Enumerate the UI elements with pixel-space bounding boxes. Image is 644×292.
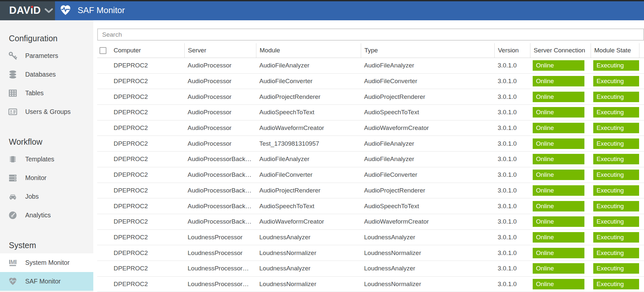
sidebar-section: Workflow Templates Monitor Jobs Analytic… bbox=[0, 137, 93, 225]
cell-computer: DPEPROC2 bbox=[110, 74, 184, 89]
table-row[interactable]: DPEPROC2 AudioProcessorBack… AudioProjec… bbox=[97, 183, 644, 199]
module-state-badge: Executing bbox=[593, 232, 639, 243]
select-all-checkbox[interactable] bbox=[100, 47, 106, 54]
row-select-cell bbox=[97, 136, 110, 151]
search-input[interactable] bbox=[97, 28, 644, 41]
cell-type: AudioProjectRenderer bbox=[361, 183, 494, 198]
cell-version: 3.0.1.0 bbox=[494, 136, 530, 151]
table-row[interactable]: DPEPROC2 LoudnessProcessor… LoudnessAnal… bbox=[97, 261, 644, 277]
cell-module-state: Executing bbox=[591, 105, 639, 120]
cell-server: AudioProcessor bbox=[184, 58, 256, 73]
table-row[interactable]: DPEPROC2 AudioProcessorBack… AudioWavefo… bbox=[97, 214, 644, 230]
table-row[interactable]: DPEPROC2 LoudnessProcessor… LoudnessNorm… bbox=[97, 277, 644, 292]
cell-server-connection: Online bbox=[530, 58, 591, 73]
sidebar-item-tables[interactable]: Tables bbox=[0, 84, 93, 102]
cell-module: LoudnessAnalyzer bbox=[256, 261, 361, 276]
table-row[interactable]: DPEPROC2 AudioProcessor Test_17309813109… bbox=[97, 136, 644, 152]
cell-type: AudioFileAnalyzer bbox=[361, 136, 494, 151]
taxi-icon bbox=[8, 187, 18, 206]
server-connection-badge: Online bbox=[533, 263, 584, 274]
sidebar-item-analytics[interactable]: Analytics bbox=[0, 206, 93, 225]
heart-pulse-icon bbox=[59, 4, 72, 17]
cell-server: AudioProcessorBack… bbox=[184, 198, 256, 214]
page-title: SAF Monitor bbox=[78, 5, 125, 15]
column-header-version[interactable]: Version bbox=[494, 43, 530, 58]
cell-version: 3.0.1.0 bbox=[494, 105, 530, 120]
cell-server: AudioProcessorBack… bbox=[184, 167, 256, 183]
cell-server: LoudnessProcessor bbox=[184, 230, 256, 245]
sidebar-item-system-monitor[interactable]: System Monitor bbox=[0, 253, 93, 272]
cell-module: LoudnessNormalizer bbox=[256, 245, 361, 261]
row-select-cell bbox=[97, 105, 110, 120]
table-row[interactable]: DPEPROC2 LoudnessProcessor LoudnessAnaly… bbox=[97, 230, 644, 246]
cell-filler bbox=[639, 261, 644, 276]
cell-computer: DPEPROC2 bbox=[110, 105, 184, 120]
row-select-cell bbox=[97, 230, 110, 245]
module-state-badge: Executing bbox=[593, 60, 639, 71]
cell-server-connection: Online bbox=[530, 120, 591, 136]
table-row[interactable]: DPEPROC2 AudioProcessor AudioFileAnalyze… bbox=[97, 58, 644, 74]
cell-computer: DPEPROC2 bbox=[110, 152, 184, 167]
sidebar-item-monitor[interactable]: Monitor bbox=[0, 169, 93, 187]
sidebar-item-users-groups[interactable]: Users & Groups bbox=[0, 102, 93, 121]
cell-version: 3.0.1.0 bbox=[494, 167, 530, 183]
cell-type: AudioFileConverter bbox=[361, 74, 494, 89]
module-state-badge: Executing bbox=[593, 154, 639, 164]
cell-module-state: Executing bbox=[591, 74, 639, 89]
cell-server: LoudnessProcessor… bbox=[184, 261, 256, 276]
table-row[interactable]: DPEPROC2 AudioProcessor AudioSpeechToTex… bbox=[97, 105, 644, 120]
cell-computer: DPEPROC2 bbox=[110, 183, 184, 198]
server-connection-badge: Online bbox=[533, 76, 584, 86]
row-select-cell bbox=[97, 183, 110, 198]
cell-filler bbox=[639, 152, 644, 167]
cell-filler bbox=[639, 214, 644, 229]
cell-module: AudioFileConverter bbox=[256, 167, 361, 183]
cell-filler bbox=[639, 183, 644, 198]
cell-server: AudioProcessorBack… bbox=[184, 214, 256, 229]
cell-version: 3.0.1.0 bbox=[494, 214, 530, 229]
cell-server: AudioProcessor bbox=[184, 136, 256, 151]
sidebar-item-templates[interactable]: Templates bbox=[0, 150, 93, 169]
module-state-badge: Executing bbox=[593, 216, 639, 227]
column-header-module-state[interactable]: Module State bbox=[591, 43, 639, 58]
cell-filler bbox=[639, 120, 644, 136]
cell-version: 3.0.1.0 bbox=[494, 277, 530, 292]
table-row[interactable]: DPEPROC2 AudioProcessor AudioProjectRend… bbox=[97, 89, 644, 105]
cell-module-state: Executing bbox=[591, 277, 639, 292]
table-row[interactable]: DPEPROC2 LoudnessProcessor LoudnessNorma… bbox=[97, 245, 644, 261]
module-state-badge: Executing bbox=[593, 170, 639, 180]
cell-module: AudioProjectRenderer bbox=[256, 183, 361, 198]
module-state-badge: Executing bbox=[593, 248, 639, 258]
module-state-badge: Executing bbox=[593, 138, 639, 149]
column-header-type[interactable]: Type bbox=[361, 43, 494, 58]
table-row[interactable]: DPEPROC2 AudioProcessorBack… AudioFileAn… bbox=[97, 152, 644, 167]
cell-module-state: Executing bbox=[591, 120, 639, 136]
cell-computer: DPEPROC2 bbox=[110, 277, 184, 292]
cell-computer: DPEPROC2 bbox=[110, 136, 184, 151]
column-header-server[interactable]: Server bbox=[184, 43, 256, 58]
sidebar-item-databases[interactable]: Databases bbox=[0, 65, 93, 84]
cell-module: AudioFileConverter bbox=[256, 74, 361, 89]
row-select-cell bbox=[97, 120, 110, 136]
cell-module-state: Executing bbox=[591, 89, 639, 104]
brand-menu-button[interactable]: DAViD bbox=[0, 0, 55, 20]
server-connection-badge: Online bbox=[533, 107, 584, 118]
cell-type: AudioSpeechToText bbox=[361, 105, 494, 120]
table-row[interactable]: DPEPROC2 AudioProcessorBack… AudioSpeech… bbox=[97, 198, 644, 214]
sidebar-item-jobs[interactable]: Jobs bbox=[0, 187, 93, 206]
cell-module-state: Executing bbox=[591, 152, 639, 167]
table-row[interactable]: DPEPROC2 AudioProcessor AudioFileConvert… bbox=[97, 74, 644, 89]
column-header-server-connection[interactable]: Server Connection bbox=[530, 43, 591, 58]
module-state-badge: Executing bbox=[593, 123, 639, 133]
table-row[interactable]: DPEPROC2 AudioProcessorBack… AudioFileCo… bbox=[97, 167, 644, 183]
table-row[interactable]: DPEPROC2 AudioProcessor AudioWaveformCre… bbox=[97, 120, 644, 136]
column-header-computer[interactable]: Computer bbox=[110, 43, 184, 58]
cell-version: 3.0.1.0 bbox=[494, 152, 530, 167]
cell-version: 3.0.1.0 bbox=[494, 120, 530, 136]
sidebar-item-saf-monitor[interactable]: SAF Monitor bbox=[0, 272, 93, 291]
chevron-down-icon bbox=[45, 8, 53, 14]
cell-module-state: Executing bbox=[591, 261, 639, 276]
sidebar-item-parameters[interactable]: Parameters bbox=[0, 46, 93, 65]
column-header-module[interactable]: Module bbox=[256, 43, 361, 58]
module-state-badge: Executing bbox=[593, 107, 639, 118]
